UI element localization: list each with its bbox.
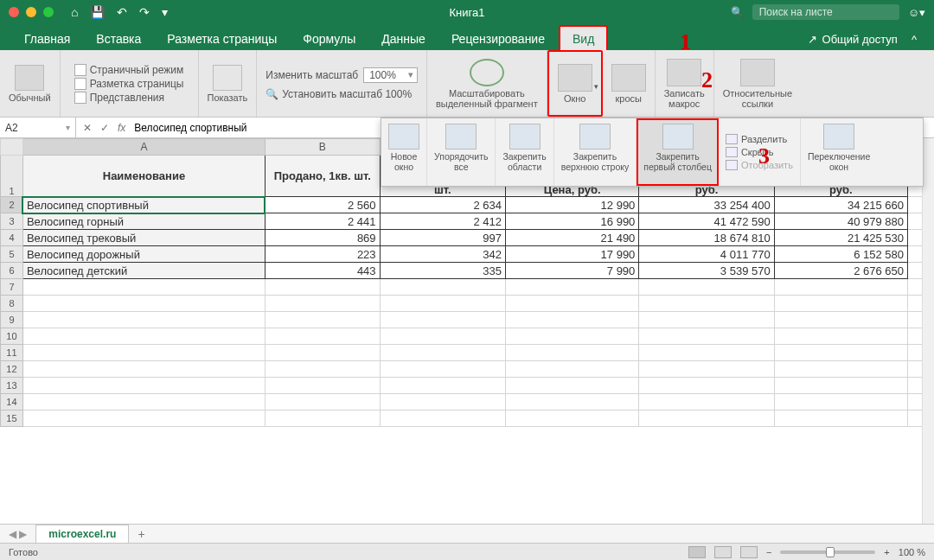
tab-home[interactable]: Главная bbox=[12, 27, 82, 50]
redo-icon[interactable]: ↷ bbox=[139, 5, 150, 19]
view-normal-status-button[interactable] bbox=[688, 546, 706, 558]
workbook-views-group: Страничный режим Разметка страницы Предс… bbox=[61, 50, 199, 117]
spreadsheet[interactable]: A B C D E F 1 Наименование Продано, 1кв.… bbox=[0, 138, 934, 524]
grid-icon bbox=[15, 65, 44, 91]
zoom-label: Изменить масштаб bbox=[265, 69, 358, 81]
document-title: Книга1 bbox=[450, 6, 485, 19]
home-icon[interactable]: ⌂ bbox=[71, 5, 78, 19]
header-name[interactable]: Наименование bbox=[22, 156, 265, 197]
arrange-all-icon bbox=[445, 124, 477, 150]
freeze-top-row-button[interactable]: Закрепитьверхнюю строку bbox=[554, 118, 637, 186]
zoom-in-button[interactable]: + bbox=[884, 547, 889, 557]
record-macro-icon bbox=[667, 59, 701, 86]
freeze-first-column-button[interactable]: Закрепитьпервый столбец bbox=[637, 118, 719, 186]
page-break-icon bbox=[74, 64, 86, 76]
zoom-window-icon[interactable] bbox=[43, 7, 54, 17]
relative-refs-icon bbox=[740, 59, 775, 86]
annotation-2: 2 bbox=[701, 67, 713, 93]
unhide-icon bbox=[726, 160, 738, 170]
search-icon[interactable]: 🔍 bbox=[731, 6, 744, 18]
hide-icon bbox=[726, 147, 738, 157]
view-custom-views-button[interactable]: Представления bbox=[74, 92, 184, 104]
col-header-a[interactable]: A bbox=[22, 139, 265, 156]
account-icon[interactable]: ☺▾ bbox=[908, 6, 925, 19]
row-header-4[interactable]: 4 bbox=[1, 230, 23, 246]
zoom-out-button[interactable]: − bbox=[766, 547, 771, 557]
status-ready: Готово bbox=[9, 547, 38, 557]
select-all-corner[interactable] bbox=[1, 139, 23, 156]
window-icon: ▾ bbox=[558, 64, 592, 92]
tab-data[interactable]: Данные bbox=[369, 27, 438, 50]
title-bar: ⌂ 💾 ↶ ↷ ▾ Книга1 🔍 Поиск на листе ☺▾ bbox=[0, 0, 934, 24]
header-sold-q1[interactable]: Продано, 1кв. шт. bbox=[265, 156, 380, 197]
macros-icon bbox=[611, 64, 646, 92]
search-input[interactable]: Поиск на листе bbox=[752, 4, 899, 20]
zoom-group: Изменить масштаб 100% 🔍 Установить масшт… bbox=[257, 50, 427, 117]
split-icon bbox=[726, 134, 738, 144]
freeze-top-row-icon bbox=[579, 124, 611, 150]
minimize-window-icon[interactable] bbox=[26, 7, 36, 17]
zoom-percent[interactable]: 100 % bbox=[899, 547, 925, 557]
tab-page-layout[interactable]: Разметка страницы bbox=[155, 27, 289, 50]
confirm-icon[interactable]: ✓ bbox=[100, 122, 109, 134]
circle-icon bbox=[470, 59, 504, 86]
new-window-button[interactable]: Новоеокно bbox=[381, 118, 427, 186]
annotation-3: 3 bbox=[758, 143, 770, 169]
formula-input[interactable]: Велосипед спортивный bbox=[134, 122, 246, 134]
row-header-2[interactable]: 2 bbox=[1, 197, 23, 213]
view-page-layout-button[interactable]: Разметка страницы bbox=[74, 78, 184, 90]
freeze-panes-button[interactable]: Закрепитьобласти bbox=[496, 118, 553, 186]
cancel-icon[interactable]: ✕ bbox=[83, 122, 92, 134]
tab-review[interactable]: Рецензирование bbox=[439, 27, 557, 50]
view-page-layout-status-button[interactable] bbox=[714, 546, 732, 558]
arrange-all-button[interactable]: Упорядочитьвсе bbox=[427, 118, 496, 186]
custom-views-icon bbox=[74, 92, 86, 104]
tab-insert[interactable]: Вставка bbox=[84, 27, 153, 50]
view-page-break-status-button[interactable] bbox=[740, 546, 758, 558]
switch-windows-icon bbox=[823, 124, 854, 150]
view-page-break-button[interactable]: Страничный режим bbox=[74, 64, 184, 76]
row-header-3[interactable]: 3 bbox=[1, 213, 23, 230]
window-controls bbox=[9, 7, 54, 17]
page-layout-icon bbox=[74, 78, 86, 90]
name-box[interactable]: A2▾ bbox=[0, 118, 76, 137]
collapse-ribbon-icon[interactable]: ^ bbox=[912, 33, 917, 46]
view-normal-button[interactable]: Обычный bbox=[0, 50, 61, 117]
tab-formulas[interactable]: Формулы bbox=[291, 27, 368, 50]
ribbon: Обычный Страничный режим Разметка страни… bbox=[0, 50, 934, 118]
window-button[interactable]: ▾ Окно bbox=[547, 50, 603, 117]
save-icon[interactable]: 💾 bbox=[90, 5, 105, 19]
cell-a2[interactable]: Велосипед спортивный bbox=[22, 197, 265, 213]
ribbon-tabs: Главная Вставка Разметка страницы Формул… bbox=[0, 24, 934, 50]
add-sheet-button[interactable]: + bbox=[129, 527, 153, 541]
zoom-100-button[interactable]: 🔍 Установить масштаб 100% bbox=[265, 88, 412, 100]
divider-icon: ▾ bbox=[162, 5, 168, 19]
sheet-tab[interactable]: microexcel.ru bbox=[35, 525, 129, 543]
row-header-1[interactable]: 1 bbox=[1, 156, 23, 197]
col-header-b[interactable]: B bbox=[265, 139, 380, 156]
row-header-6[interactable]: 6 bbox=[1, 263, 23, 279]
vertical-scrollbar[interactable] bbox=[922, 138, 934, 524]
zoom-to-selection-button[interactable]: Масштабировать выделенный фрагмент bbox=[427, 50, 547, 117]
sheet-nav-arrows[interactable]: ◀ ▶ bbox=[0, 528, 35, 540]
row-header-5[interactable]: 5 bbox=[1, 246, 23, 263]
macros-button[interactable]: кросы bbox=[603, 50, 656, 117]
freeze-first-column-icon bbox=[662, 124, 694, 150]
relative-refs-button[interactable]: Относительные ссылки bbox=[714, 50, 801, 117]
fx-icon[interactable]: fx bbox=[118, 122, 125, 134]
zoom-slider[interactable] bbox=[780, 550, 875, 554]
window-menu-popup: Новоеокно Упорядочитьвсе Закрепитьобласт… bbox=[381, 118, 924, 187]
sheet-tabs-bar: ◀ ▶ microexcel.ru + bbox=[0, 524, 934, 543]
quick-access-toolbar: ⌂ 💾 ↶ ↷ ▾ bbox=[71, 5, 168, 19]
switch-windows-button[interactable]: Переключениеокон bbox=[801, 118, 877, 186]
share-button[interactable]: ↗ Общий доступ ^ bbox=[803, 33, 922, 50]
magnifier-icon: 🔍 bbox=[265, 88, 278, 100]
show-button[interactable]: Показать bbox=[199, 50, 258, 117]
status-bar: Готово − + 100 % bbox=[0, 543, 934, 560]
zoom-dropdown[interactable]: 100% bbox=[363, 67, 418, 83]
undo-icon[interactable]: ↶ bbox=[117, 5, 127, 19]
new-window-icon bbox=[388, 124, 419, 150]
annotation-1: 1 bbox=[680, 29, 691, 55]
tab-view[interactable]: Вид bbox=[559, 25, 608, 50]
close-window-icon[interactable] bbox=[9, 7, 19, 17]
